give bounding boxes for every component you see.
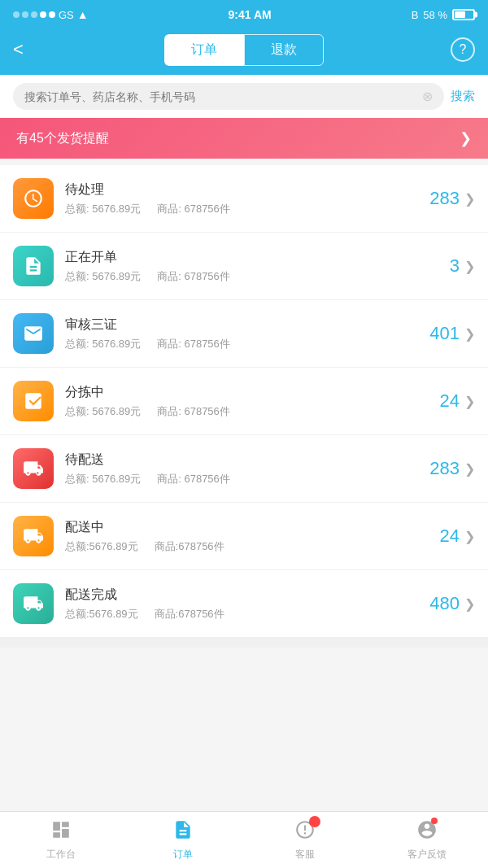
- tab-label-service: 客服: [295, 848, 315, 861]
- tab-refunds[interactable]: 退款: [244, 34, 324, 66]
- order-icon-pending: [13, 178, 54, 219]
- order-total-sorting: 总额: 5676.89元: [65, 404, 141, 419]
- order-title-delivered: 配送完成: [65, 587, 429, 604]
- battery-fill: [455, 11, 465, 18]
- bluetooth-icon: B: [412, 9, 419, 21]
- service-badge: [309, 816, 320, 827]
- review-icon: [23, 323, 44, 344]
- feedback-badge: [431, 818, 438, 824]
- order-list: 待处理 总额: 5676.89元 商品: 678756件 283 ❯ 正在开单: [0, 165, 488, 638]
- tab-label-feedback: 客户反馈: [407, 848, 447, 861]
- signal-dots: [13, 11, 55, 18]
- order-total-pending-delivery: 总额: 5676.89元: [65, 472, 141, 486]
- clear-button[interactable]: ⊗: [422, 89, 433, 104]
- order-info-delivered: 配送完成 总额:5676.89元 商品:678756件: [65, 587, 429, 622]
- order-goods-pending-delivery: 商品: 678756件: [157, 472, 230, 486]
- pending-icon: [23, 188, 44, 209]
- search-button[interactable]: 搜索: [451, 89, 475, 104]
- back-button[interactable]: <: [13, 39, 37, 60]
- tab-item-service[interactable]: 客服: [244, 812, 366, 868]
- billing-icon: [23, 255, 44, 277]
- tab-bar: 工作台 订单 客服 客户反馈: [0, 811, 488, 868]
- order-item-pending-delivery[interactable]: 待配送 总额: 5676.89元 商品: 678756件 283 ❯: [0, 435, 488, 503]
- order-icon-sorting: [13, 381, 54, 421]
- order-meta-billing: 总额: 5676.89元 商品: 678756件: [65, 269, 450, 284]
- order-item-sorting[interactable]: 分拣中 总额: 5676.89元 商品: 678756件 24 ❯: [0, 368, 488, 435]
- help-icon: ?: [460, 42, 467, 57]
- count-value-pending-delivery: 283: [429, 458, 460, 479]
- order-item-delivered[interactable]: 配送完成 总额:5676.89元 商品:678756件 480 ❯: [0, 570, 488, 638]
- order-count-delivered: 480 ❯: [429, 593, 475, 614]
- order-goods-billing: 商品: 678756件: [157, 269, 230, 284]
- order-total-delivered: 总额:5676.89元: [65, 607, 138, 622]
- count-value-billing: 3: [450, 255, 460, 277]
- order-icon-delivered: [13, 583, 54, 624]
- order-item-delivering[interactable]: 配送中 总额:5676.89元 商品:678756件 24 ❯: [0, 503, 488, 570]
- order-total-pending: 总额: 5676.89元: [65, 202, 141, 216]
- order-title-pending: 待处理: [65, 181, 429, 198]
- workbench-icon: [50, 819, 72, 845]
- order-meta-review: 总额: 5676.89元 商品: 678756件: [65, 337, 429, 351]
- alert-arrow-icon: ❯: [460, 129, 472, 147]
- order-goods-review: 商品: 678756件: [157, 337, 230, 351]
- order-title-delivering: 配送中: [65, 519, 440, 536]
- alert-banner[interactable]: 有45个发货提醒 ❯: [0, 118, 488, 159]
- order-count-billing: 3 ❯: [450, 255, 475, 277]
- tab-item-workbench[interactable]: 工作台: [0, 812, 122, 868]
- carrier-label: GS: [59, 9, 74, 21]
- alert-text: 有45个发货提醒: [16, 130, 109, 147]
- order-goods-delivering: 商品:678756件: [155, 539, 224, 554]
- order-info-billing: 正在开单 总额: 5676.89元 商品: 678756件: [65, 249, 450, 284]
- signal-dot-1: [13, 11, 20, 18]
- signal-dot-2: [22, 11, 28, 18]
- chevron-icon-sorting: ❯: [464, 394, 475, 409]
- orders-icon: [172, 819, 194, 845]
- tab-orders[interactable]: 订单: [164, 34, 244, 66]
- order-icon-delivering: [13, 516, 54, 556]
- count-value-delivered: 480: [429, 593, 460, 614]
- search-input[interactable]: [24, 90, 417, 103]
- count-value-delivering: 24: [440, 526, 460, 547]
- chevron-icon-pending-delivery: ❯: [464, 461, 475, 477]
- order-item-pending[interactable]: 待处理 总额: 5676.89元 商品: 678756件 283 ❯: [0, 165, 488, 233]
- order-title-sorting: 分拣中: [65, 384, 440, 401]
- tab-item-feedback[interactable]: 客户反馈: [366, 812, 488, 868]
- order-title-billing: 正在开单: [65, 249, 450, 266]
- tab-label-workbench: 工作台: [46, 848, 76, 861]
- order-total-billing: 总额: 5676.89元: [65, 269, 141, 284]
- search-input-wrap: ⊗: [13, 83, 444, 110]
- order-item-billing[interactable]: 正在开单 总额: 5676.89元 商品: 678756件 3 ❯: [0, 233, 488, 300]
- order-info-review: 审核三证 总额: 5676.89元 商品: 678756件: [65, 316, 429, 351]
- search-bar: ⊗ 搜索: [0, 75, 488, 118]
- order-icon-pending-delivery: [13, 448, 54, 489]
- order-title-pending-delivery: 待配送: [65, 451, 429, 469]
- delivered-icon: [23, 593, 44, 614]
- tab-item-orders[interactable]: 订单: [122, 812, 244, 868]
- count-value-pending: 283: [429, 188, 460, 209]
- main-content: ⊗ 搜索 有45个发货提醒 ❯ 待处理 总额: 5676.89元 商品: 678…: [0, 75, 488, 713]
- order-count-pending-delivery: 283 ❯: [429, 458, 475, 479]
- order-count-delivering: 24 ❯: [440, 526, 475, 547]
- service-icon: [294, 819, 316, 845]
- chevron-icon-delivered: ❯: [464, 596, 475, 612]
- order-goods-sorting: 商品: 678756件: [157, 404, 230, 419]
- order-info-pending: 待处理 总额: 5676.89元 商品: 678756件: [65, 181, 429, 216]
- order-meta-sorting: 总额: 5676.89元 商品: 678756件: [65, 404, 440, 419]
- order-count-review: 401 ❯: [429, 323, 475, 344]
- content-spacer: [0, 638, 488, 648]
- chevron-icon-review: ❯: [464, 326, 475, 342]
- chevron-icon-delivering: ❯: [464, 529, 475, 544]
- battery-label: 58 %: [423, 9, 447, 21]
- battery-icon: [452, 9, 475, 20]
- signal-dot-5: [49, 11, 55, 18]
- order-goods-delivered: 商品:678756件: [155, 607, 224, 622]
- help-button[interactable]: ?: [451, 37, 475, 62]
- order-item-review[interactable]: 审核三证 总额: 5676.89元 商品: 678756件 401 ❯: [0, 300, 488, 368]
- chevron-icon-pending: ❯: [464, 191, 475, 207]
- status-right: B 58 %: [412, 9, 475, 21]
- order-count-pending: 283 ❯: [429, 188, 475, 209]
- order-total-delivering: 总额:5676.89元: [65, 539, 138, 554]
- order-icon-billing: [13, 246, 54, 286]
- sorting-icon: [23, 390, 44, 412]
- order-meta-pending: 总额: 5676.89元 商品: 678756件: [65, 202, 429, 216]
